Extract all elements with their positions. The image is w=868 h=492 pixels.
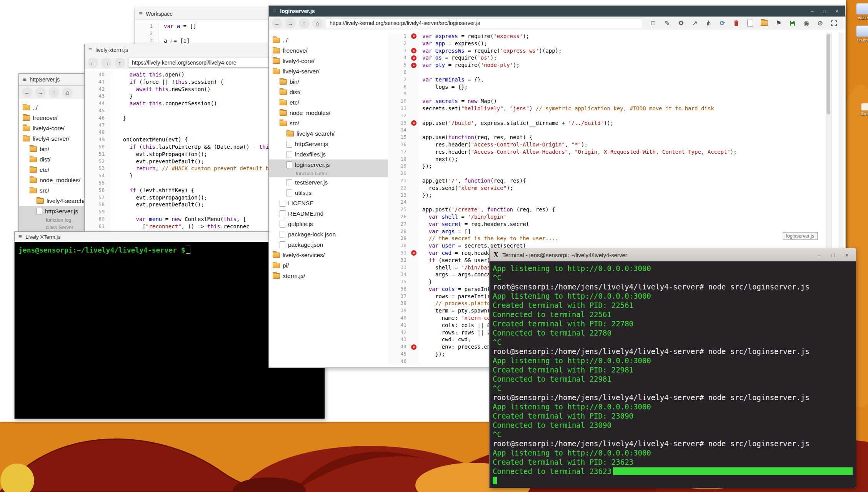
close-button[interactable]: ×	[833, 8, 841, 14]
tree-item[interactable]: utils.js	[269, 188, 388, 198]
desktop-icon[interactable]: ilong	[853, 103, 868, 116]
forward-button[interactable]: →	[101, 58, 112, 68]
tree-item[interactable]: loginserver.js	[269, 160, 388, 170]
gears-icon[interactable]: ⚙	[678, 19, 684, 27]
code-text: }	[111, 115, 126, 122]
forward-button[interactable]: →	[35, 87, 46, 98]
block-icon[interactable]: ⊘	[817, 19, 823, 27]
open-external-icon[interactable]: ↗	[691, 19, 698, 27]
maximize-button[interactable]: □	[828, 252, 838, 258]
tree-item[interactable]: lively4-core/	[269, 56, 388, 66]
tree-item[interactable]: ../	[269, 35, 388, 45]
tree-item[interactable]: lively4-search/	[19, 196, 90, 206]
back-button[interactable]: ←	[88, 58, 98, 68]
tree-item[interactable]: package.json	[269, 239, 388, 250]
tree-item[interactable]: lively4-core/	[19, 123, 90, 133]
up-button[interactable]: ↑	[49, 87, 59, 98]
tree-item[interactable]: httpServer.js	[19, 206, 90, 216]
terminal-line: Created terminal with PID: 23623	[493, 457, 853, 467]
line-number: 46	[388, 358, 409, 365]
trash-icon[interactable]	[733, 20, 740, 26]
desktop-icon[interactable]: up dat	[851, 25, 868, 42]
home-button[interactable]: ⌂	[62, 87, 73, 98]
gutter-marker-column	[155, 30, 158, 37]
tree-item-label: dist/	[40, 156, 50, 163]
menu-icon[interactable]: ≡	[88, 47, 92, 53]
terminal-line: root@sensorpi:/home/jens/lively4/lively4…	[493, 347, 853, 356]
tree-item[interactable]: xterm.js/	[269, 271, 388, 281]
terminal-titlebar[interactable]: X Terminal - jens@sensorpi: ~/lively4/li…	[490, 248, 856, 262]
menu-icon[interactable]: ≡	[273, 8, 276, 14]
tree-item[interactable]: bin/	[19, 144, 90, 154]
code-text	[111, 208, 117, 216]
tree-item[interactable]: freenove/	[269, 45, 388, 56]
scrollbar-thumb[interactable]	[826, 34, 830, 115]
flag-icon[interactable]: ⚑	[775, 19, 782, 27]
checkbox-icon[interactable]: □	[650, 19, 656, 27]
maximize-button[interactable]: □	[820, 8, 829, 14]
tree-item[interactable]: freenove/	[19, 113, 90, 123]
code-line: 44 await this.connectSession()	[85, 100, 300, 107]
menu-icon[interactable]: ≡	[18, 234, 22, 240]
back-button[interactable]: ←	[22, 87, 32, 98]
tree-item[interactable]: indexfiles.js	[269, 149, 388, 160]
tree-item[interactable]: lively4-server/	[269, 66, 388, 76]
tree-item[interactable]: bin/	[269, 76, 388, 87]
folder-icon	[273, 253, 280, 258]
expand-icon[interactable]	[831, 20, 837, 26]
close-button[interactable]: ×	[842, 252, 852, 258]
terminal-output[interactable]: App listening to http://0.0.0.0:3000^Cro…	[490, 261, 856, 488]
file-icon[interactable]	[747, 20, 753, 27]
menu-icon[interactable]: ≡	[23, 76, 26, 83]
terminal-line	[493, 476, 853, 485]
tree-item[interactable]: testServer.js	[269, 177, 388, 188]
tree-item[interactable]: lively4-services/	[269, 250, 388, 260]
tree-item[interactable]: gulpfile.js	[269, 219, 388, 229]
eye-icon[interactable]: ◉	[803, 19, 810, 27]
minimize-button[interactable]: –	[814, 252, 824, 258]
tree-item[interactable]: LICENSE	[269, 198, 388, 208]
code-line: 52 evt.preventDefault();	[85, 158, 300, 165]
line-number: 50	[85, 143, 107, 151]
folder-icon[interactable]	[761, 20, 768, 26]
line-number: 59	[85, 208, 107, 216]
code-line: 24	[388, 199, 845, 206]
folder-icon	[23, 105, 30, 110]
tree-item[interactable]: dist/	[19, 154, 90, 165]
up-button[interactable]: ↑	[115, 58, 125, 68]
desktop-icon-glyph	[861, 103, 868, 111]
tree-item[interactable]: etc/	[269, 97, 388, 108]
tree-item[interactable]: lively4-server/	[19, 133, 90, 144]
tree-item[interactable]: node_modules/	[269, 108, 388, 118]
tree-item[interactable]: etc/	[19, 165, 90, 175]
graph-icon[interactable]: ⋔	[705, 19, 712, 27]
tree-item[interactable]: node_modules/	[19, 175, 90, 185]
tree-item[interactable]: ../	[19, 102, 90, 113]
tree-item[interactable]: package-lock.json	[269, 229, 388, 239]
desktop-icon[interactable]: wase	[851, 3, 868, 20]
tree-item[interactable]: src/	[19, 185, 90, 196]
line-number: 22	[388, 184, 409, 192]
up-button[interactable]: ↑	[299, 18, 309, 28]
tree-item-label: src/	[290, 120, 299, 127]
menu-icon[interactable]: ≡	[139, 11, 142, 17]
tree-item[interactable]: lively4-search/	[269, 128, 388, 139]
save-icon[interactable]	[789, 20, 796, 26]
url-field[interactable]: https://lively-kernel.org/sensorpi/livel…	[326, 18, 642, 28]
folder-icon	[273, 263, 280, 268]
minimize-button[interactable]: –	[808, 8, 816, 14]
tree-item[interactable]: README.md	[269, 208, 388, 219]
forward-button[interactable]: →	[285, 18, 296, 28]
home-button[interactable]: ⌂	[312, 18, 323, 28]
tree-item[interactable]: src/	[269, 118, 388, 128]
tree-item[interactable]: pi/	[269, 260, 388, 271]
tree-item[interactable]: httpServer.js	[269, 139, 388, 149]
code-text: evt.preventDefault();	[111, 158, 204, 165]
tree-item-label: etc/	[290, 99, 299, 106]
tree-item[interactable]: dist/	[269, 87, 388, 97]
main-titlebar[interactable]: ≡ loginserver.js – □ ×	[269, 6, 845, 17]
sync-icon[interactable]: ⟳	[719, 19, 726, 27]
lively-xterm-titlebar[interactable]: ≡ lively-xterm.js	[85, 44, 300, 56]
back-button[interactable]: ←	[272, 18, 282, 28]
brush-icon[interactable]: ✎	[664, 19, 670, 27]
